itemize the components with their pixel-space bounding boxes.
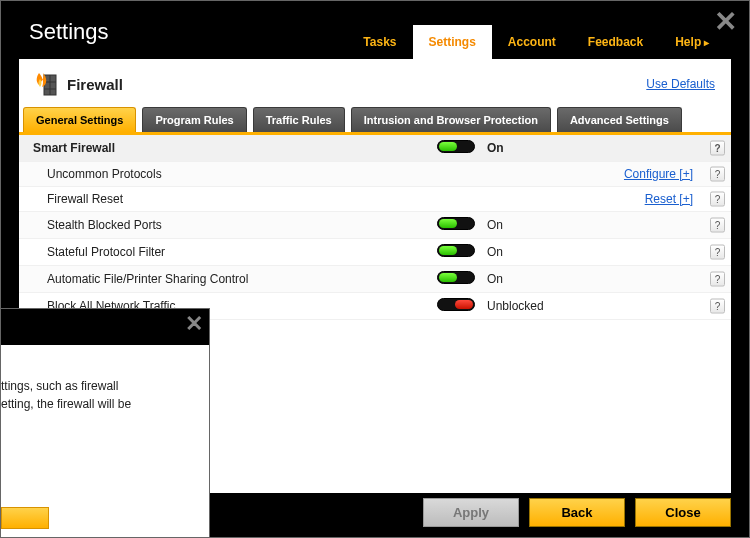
toggle-smart-firewall[interactable] xyxy=(437,140,487,156)
help-icon[interactable]: ? xyxy=(710,218,725,233)
nav-feedback[interactable]: Feedback xyxy=(572,25,659,59)
nav-tasks[interactable]: Tasks xyxy=(347,25,412,59)
toggle-stealth-ports[interactable] xyxy=(437,217,487,233)
toggle-auto-share[interactable] xyxy=(437,271,487,287)
row-label: Automatic File/Printer Sharing Control xyxy=(47,272,437,286)
nav-settings[interactable]: Settings xyxy=(413,25,492,59)
row-smart-firewall: Smart Firewall On ? xyxy=(19,135,731,162)
row-stealth-ports: Stealth Blocked Ports On ? xyxy=(19,212,731,239)
row-stateful-filter: Stateful Protocol Filter On ? xyxy=(19,239,731,266)
firewall-icon xyxy=(29,69,59,99)
dialog-text-line: ttings, such as firewall xyxy=(1,377,201,395)
row-label: Uncommon Protocols xyxy=(47,167,437,181)
settings-tabs: General Settings Program Rules Traffic R… xyxy=(19,107,731,135)
window-title: Settings xyxy=(29,19,109,45)
row-status: On xyxy=(487,218,721,232)
tab-program-rules[interactable]: Program Rules xyxy=(142,107,246,132)
settings-window: Settings ✕ Tasks Settings Account Feedba… xyxy=(0,0,750,538)
dialog-button-fragment[interactable] xyxy=(1,507,49,529)
help-icon[interactable]: ? xyxy=(710,192,725,207)
tab-traffic-rules[interactable]: Traffic Rules xyxy=(253,107,345,132)
footer-buttons: Apply Back Close xyxy=(423,498,731,527)
help-icon[interactable]: ? xyxy=(710,299,725,314)
help-icon[interactable]: ? xyxy=(710,141,725,156)
nav-account[interactable]: Account xyxy=(492,25,572,59)
help-icon[interactable]: ? xyxy=(710,245,725,260)
tab-intrusion-protection[interactable]: Intrusion and Browser Protection xyxy=(351,107,551,132)
apply-button: Apply xyxy=(423,498,519,527)
row-label: Stealth Blocked Ports xyxy=(47,218,437,232)
row-status: Unblocked xyxy=(487,299,721,313)
secondary-dialog-fragment: ✕ ttings, such as firewall etting, the f… xyxy=(0,308,210,538)
toggle-stateful-filter[interactable] xyxy=(437,244,487,260)
nav-help[interactable]: Help xyxy=(659,25,725,59)
row-firewall-reset: Firewall Reset Reset [+] ? xyxy=(19,187,731,212)
close-button[interactable]: Close xyxy=(635,498,731,527)
settings-list: Smart Firewall On ? Uncommon Protocols C… xyxy=(19,135,731,320)
configure-link[interactable]: Configure [+] xyxy=(624,167,693,181)
row-label: Firewall Reset xyxy=(47,192,437,206)
row-auto-share: Automatic File/Printer Sharing Control O… xyxy=(19,266,731,293)
row-status: On xyxy=(487,245,721,259)
dialog-text-line: etting, the firewall will be xyxy=(1,395,201,413)
row-status: On xyxy=(487,272,721,286)
help-icon[interactable]: ? xyxy=(710,167,725,182)
back-button[interactable]: Back xyxy=(529,498,625,527)
panel-header: Firewall Use Defaults xyxy=(19,59,731,107)
close-icon[interactable]: ✕ xyxy=(185,311,203,337)
row-uncommon-protocols: Uncommon Protocols Configure [+] ? xyxy=(19,162,731,187)
use-defaults-link[interactable]: Use Defaults xyxy=(646,77,715,91)
tab-general-settings[interactable]: General Settings xyxy=(23,107,136,132)
section-title: Firewall xyxy=(67,76,123,93)
top-nav: Tasks Settings Account Feedback Help xyxy=(347,25,725,59)
row-status: On xyxy=(487,141,721,155)
tab-advanced-settings[interactable]: Advanced Settings xyxy=(557,107,682,132)
row-label: Smart Firewall xyxy=(33,141,437,155)
help-icon[interactable]: ? xyxy=(710,272,725,287)
dialog-body: ttings, such as firewall etting, the fir… xyxy=(1,345,209,537)
toggle-block-all[interactable] xyxy=(437,298,487,314)
title-bar: Settings ✕ Tasks Settings Account Feedba… xyxy=(1,1,749,59)
reset-link[interactable]: Reset [+] xyxy=(645,192,693,206)
row-label: Stateful Protocol Filter xyxy=(47,245,437,259)
